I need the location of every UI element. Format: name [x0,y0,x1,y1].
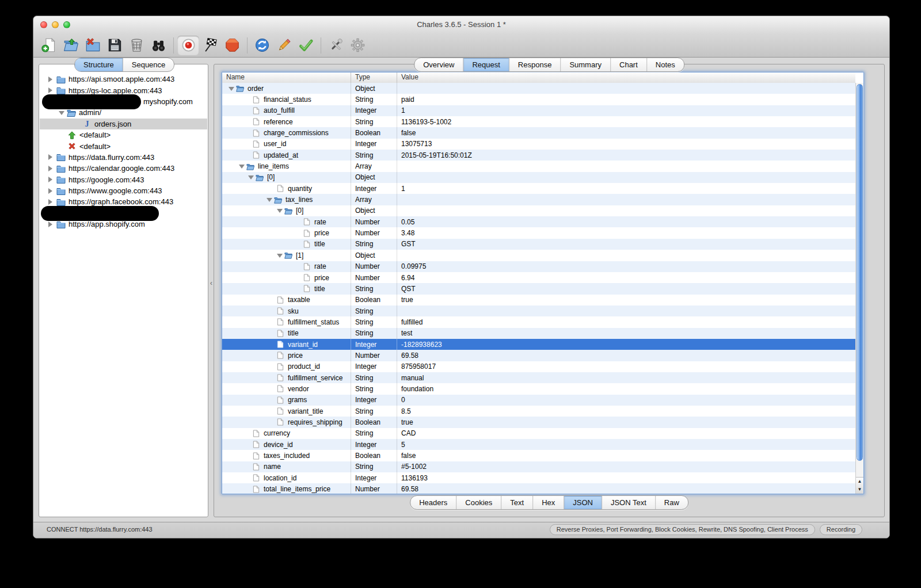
clear-session-button[interactable] [125,36,147,55]
disclosure-right-icon[interactable] [47,166,55,171]
tree-item[interactable]: Jorders.json [40,119,207,129]
disclosure-down-icon[interactable] [227,86,235,91]
tree-item[interactable]: myshopify.com [40,96,207,107]
column-header-type[interactable]: Type [351,72,397,83]
table-row[interactable]: referenceString1136193-5-1002 [222,116,855,127]
tab-cookies[interactable]: Cookies [456,496,501,509]
disclosure-right-icon[interactable] [47,222,55,227]
table-row[interactable]: financial_statusStringpaid [222,94,855,105]
disclosure-right-icon[interactable] [47,188,55,194]
find-button[interactable] [147,36,169,55]
disclosure-right-icon[interactable] [47,87,55,93]
scroll-up-arrow[interactable]: ▲ [856,478,863,486]
disclosure-down-icon[interactable] [246,174,254,180]
new-session-button[interactable] [38,36,60,55]
settings-button[interactable] [347,36,368,55]
table-row[interactable]: priceNumber3.48 [222,227,855,238]
scroll-down-arrow[interactable]: ▼ [856,486,863,494]
disclosure-down-icon[interactable] [265,197,273,203]
repeat-button[interactable] [251,36,273,55]
tab-notes[interactable]: Notes [646,58,684,71]
table-row[interactable]: total_line_items_priceNumber69.58 [222,483,855,494]
table-row[interactable]: vendorStringfoundation [222,383,855,394]
validate-button[interactable] [295,36,317,55]
tools-button[interactable] [325,36,347,55]
close-session-button[interactable] [82,36,104,55]
table-row[interactable]: titleStringGST [222,239,855,250]
disclosure-down-icon[interactable] [275,253,283,258]
tree-item[interactable]: https://data.flurry.com:443 [40,152,207,163]
table-row[interactable]: fulfillment_serviceStringmanual [222,372,855,383]
table-row[interactable]: fulfillment_statusStringfulfilled [222,316,855,327]
table-row[interactable]: [1]Object [222,250,855,261]
scrollbar-thumb[interactable] [857,84,863,461]
column-header-value[interactable]: Value [397,72,855,83]
table-row[interactable]: line_itemsArray [222,161,855,171]
tree-item[interactable]: https://google.com:443 [40,174,207,185]
table-row[interactable]: priceNumber6.94 [222,272,855,283]
tab-json-text[interactable]: JSON Text [602,496,655,509]
tab-hex[interactable]: Hex [532,496,564,509]
table-row[interactable]: variant_idInteger-1828938623 [222,339,855,350]
breakpoints-button[interactable] [221,36,243,55]
table-row[interactable]: variant_titleString8.5 [222,406,855,417]
tree-item[interactable]: <default> [40,140,207,151]
tab-headers[interactable]: Headers [410,496,456,509]
tab-raw[interactable]: Raw [655,496,688,509]
disclosure-right-icon[interactable] [47,77,55,82]
tab-json[interactable]: JSON [564,496,602,509]
table-row[interactable]: priceNumber69.58 [222,350,855,361]
open-session-button[interactable] [60,36,82,55]
table-row[interactable]: charge_commissionsBooleanfalse [222,127,855,138]
table-row[interactable]: [0]Object [222,205,855,216]
table-row[interactable]: [0]Object [222,172,855,183]
table-row[interactable]: tax_linesArray [222,194,855,205]
table-row[interactable]: device_idInteger5 [222,439,855,450]
disclosure-down-icon[interactable] [57,110,65,116]
tree-item[interactable]: <default> [40,129,207,140]
table-row[interactable]: taxableBooleantrue [222,295,855,306]
table-row[interactable]: user_idInteger13075713 [222,139,855,150]
edit-button[interactable] [273,36,295,55]
table-row[interactable]: rateNumber0.05 [222,216,855,227]
table-row[interactable]: updated_atString2015-05-19T16:50:01Z [222,150,855,161]
table-row[interactable]: titleStringtest [222,328,855,339]
table-row[interactable]: auto_fulfillInteger1 [222,105,855,116]
table-row[interactable]: location_idInteger1136193 [222,472,855,483]
save-session-button[interactable] [104,36,125,55]
tab-chart[interactable]: Chart [610,58,646,71]
table-row[interactable]: skuString [222,306,855,316]
disclosure-right-icon[interactable] [47,177,55,182]
tree-item[interactable]: https://www.google.com:443 [40,185,207,196]
table-row[interactable]: rateNumber0.09975 [222,261,855,272]
tab-text[interactable]: Text [501,496,532,509]
table-row[interactable]: titleStringQST [222,283,855,294]
tab-request[interactable]: Request [463,58,508,71]
table-row[interactable]: quantityInteger1 [222,183,855,194]
tab-sequence[interactable]: Sequence [123,58,174,71]
tab-summary[interactable]: Summary [560,58,610,71]
tab-overview[interactable]: Overview [414,58,463,71]
table-row[interactable]: currencyStringCAD [222,428,855,439]
table-row[interactable]: nameString#5-1002 [222,461,855,472]
disclosure-down-icon[interactable] [275,208,283,213]
disclosure-down-icon[interactable] [237,163,245,169]
record-button[interactable] [177,36,199,55]
table-row[interactable]: requires_shippingBooleantrue [222,417,855,427]
tab-structure[interactable]: Structure [75,58,123,71]
tree-item[interactable]: https://api.smoot.apple.com:443 [40,74,207,85]
table-row[interactable]: orderObject [222,83,855,94]
title-bar[interactable]: Charles 3.6.5 - Session 1 * [33,16,889,34]
vertical-scrollbar[interactable]: ▲ ▼ [855,83,863,494]
table-row[interactable]: taxes_includedBooleanfalse [222,450,855,461]
tree-item[interactable]: https://calendar.google.com:443 [40,163,207,174]
disclosure-right-icon[interactable] [47,154,55,160]
column-header-name[interactable]: Name [222,72,351,83]
table-row[interactable]: product_idInteger875958017 [222,361,855,372]
tab-response[interactable]: Response [509,58,561,71]
panel-splitter-handle[interactable]: ‹ [208,278,214,288]
throttle-button[interactable] [199,36,221,55]
table-row[interactable]: gramsInteger0 [222,395,855,406]
disclosure-right-icon[interactable] [47,199,55,205]
tree-item[interactable] [40,208,207,219]
